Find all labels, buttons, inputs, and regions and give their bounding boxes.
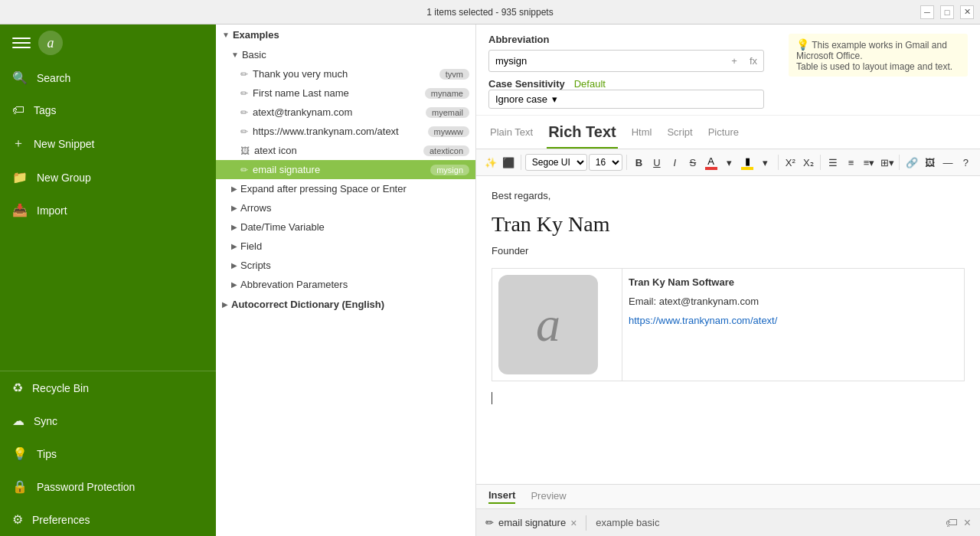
sidebar-item-label: Password Protection	[37, 481, 135, 493]
subgroup-expand[interactable]: ▶ Expand after pressing Space or Enter	[216, 179, 475, 198]
highlight-button[interactable]: ▮	[739, 154, 756, 172]
case-sensitivity-label: Case Sensitivity	[488, 78, 565, 90]
font-size-select[interactable]: 16	[589, 154, 622, 171]
minimize-button[interactable]: ─	[920, 5, 934, 19]
hr-button[interactable]: —	[939, 152, 956, 172]
case-select[interactable]: Ignore case ▾	[488, 90, 764, 109]
tab-insert[interactable]: Insert	[488, 489, 515, 504]
format-clear-button[interactable]: ⬛	[501, 152, 518, 172]
superscript-button[interactable]: X²	[782, 152, 799, 172]
status-close-button[interactable]: ×	[964, 516, 971, 530]
snippet-url[interactable]: ✏ https://www.trankynam.com/atext mywww	[216, 122, 475, 141]
tab-rich-text[interactable]: Rich Text	[547, 120, 618, 149]
titlebar: 1 items selected - 935 snippets ─ □ ✕	[0, 0, 980, 25]
email-label: Email:	[629, 296, 656, 307]
snippet-thank-you[interactable]: ✏ Thank you very much tyvm	[216, 64, 475, 83]
image-button[interactable]: 🖼	[922, 152, 939, 172]
add-snippet-icon: ＋	[12, 136, 24, 152]
case-row: Case Sensitivity Default	[488, 78, 764, 90]
snippet-first-last[interactable]: ✏ First name Last name myname	[216, 83, 475, 103]
signature-company: Tran Ky Nam Software	[629, 275, 958, 291]
tab-html[interactable]: Html	[630, 123, 654, 145]
group-autocorrect[interactable]: ▶ Autocorrect Dictionary (English)	[216, 294, 475, 315]
snippet-name: Thank you very much	[253, 68, 436, 80]
bold-button[interactable]: B	[631, 152, 648, 172]
import-icon: 📥	[12, 203, 28, 217]
abbreviation-input[interactable]	[489, 51, 725, 71]
sidebar-item-import[interactable]: 📥 Import	[0, 194, 216, 227]
unordered-list-button[interactable]: ☰	[825, 152, 841, 172]
tab-picture[interactable]: Picture	[707, 123, 740, 145]
abbr-fx-button[interactable]: fx	[743, 52, 763, 70]
status-snippet: ✏ email signature ×	[485, 517, 577, 529]
sidebar-item-label: Import	[37, 204, 67, 217]
font-color-dropdown-button[interactable]: ▾	[721, 152, 738, 172]
tag-action-button[interactable]: 🏷	[946, 516, 958, 530]
text-cursor	[492, 392, 492, 404]
font-color-button[interactable]: A	[703, 154, 720, 172]
toolbar-separator	[778, 155, 779, 170]
subgroup-name: Date/Time Variable	[240, 221, 325, 233]
group-examples[interactable]: ▼ Examples	[216, 25, 475, 45]
highlight-swatch	[741, 167, 753, 170]
subgroup-basic[interactable]: ▼ Basic	[216, 45, 475, 64]
case-option-label: Ignore case	[495, 93, 547, 105]
signature-name: Tran Ky Nam	[492, 208, 965, 242]
signature-website-link[interactable]: https://www.trankynam.com/atext/	[629, 315, 777, 326]
editor-content[interactable]: Best regards, Tran Ky Nam Founder a Tran…	[476, 176, 980, 484]
strikethrough-button[interactable]: S	[684, 152, 701, 172]
font-color-label: A	[707, 155, 714, 167]
help-button[interactable]: ?	[958, 152, 975, 172]
font-family-select[interactable]: Segoe UI	[525, 154, 587, 171]
sidebar-item-search[interactable]: 🔍 Search	[0, 61, 216, 94]
insert-preview-tabs: Insert Preview	[476, 484, 980, 508]
subgroup-arrows[interactable]: ▶ Arrows	[216, 198, 475, 217]
italic-button[interactable]: I	[667, 152, 684, 172]
main-layout: a 🔍 Search 🏷 Tags ＋ New Snippet 📁 New Gr…	[0, 25, 980, 536]
subgroup-field[interactable]: ▶ Field	[216, 237, 475, 256]
sidebar-item-tags[interactable]: 🏷 Tags	[0, 94, 216, 126]
link-button[interactable]: 🔗	[903, 152, 920, 172]
menu-button[interactable]	[12, 34, 31, 52]
subgroup-scripts[interactable]: ▶ Scripts	[216, 256, 475, 275]
sidebar-item-sync[interactable]: ☁ Sync	[0, 404, 216, 437]
abbreviation-label: Abbreviation	[488, 34, 764, 45]
tab-plain-text[interactable]: Plain Text	[488, 123, 534, 145]
signature-regards: Best regards,	[492, 188, 965, 204]
sidebar-item-new-snippet[interactable]: ＋ New Snippet	[0, 126, 216, 161]
group-arrow-icon: ▼	[222, 31, 230, 39]
subgroup-datetime[interactable]: ▶ Date/Time Variable	[216, 217, 475, 237]
underline-button[interactable]: U	[648, 152, 665, 172]
highlight-dropdown-button[interactable]: ▾	[757, 152, 774, 172]
magic-wand-button[interactable]: ✨	[482, 152, 499, 172]
status-group-label: example basic	[596, 517, 659, 528]
sidebar-item-password-protection[interactable]: 🔒 Password Protection	[0, 470, 216, 503]
tab-preview[interactable]: Preview	[531, 490, 566, 503]
sidebar-item-tips[interactable]: 💡 Tips	[0, 437, 216, 470]
sidebar-item-new-group[interactable]: 📁 New Group	[0, 161, 216, 194]
status-snippet-close-button[interactable]: ×	[570, 517, 577, 529]
snippet-atext-icon[interactable]: 🖼 atext icon atexticon	[216, 141, 475, 160]
toolbar-separator	[626, 155, 627, 170]
email-value: atext@trankynam.com	[659, 296, 759, 307]
subscript-button[interactable]: X₂	[800, 152, 817, 172]
editor-toolbar: ✨ ⬛ Segoe UI 16 B U I S A ▾ ▮ ▾	[476, 149, 980, 176]
sidebar-item-preferences[interactable]: ⚙ Preferences	[0, 503, 216, 536]
abbr-plus-button[interactable]: +	[725, 52, 743, 70]
subgroup-name: Abbrevation Parameters	[240, 279, 348, 290]
close-button[interactable]: ✕	[960, 5, 974, 19]
table-button[interactable]: ⊞▾	[879, 152, 896, 172]
abbr-right: 💡 This example works in Gmail and Micros…	[789, 34, 968, 77]
logo-letter: a	[536, 286, 560, 364]
tab-script[interactable]: Script	[665, 123, 694, 145]
snippet-email[interactable]: ✏ atext@trankynam.com myemail	[216, 103, 475, 122]
subgroup-abbr-params[interactable]: ▶ Abbrevation Parameters	[216, 275, 475, 294]
align-button[interactable]: ≡▾	[861, 152, 877, 172]
subgroup-name: Scripts	[240, 260, 271, 271]
subgroup-name: Basic	[242, 49, 266, 60]
maximize-button[interactable]: □	[940, 5, 954, 19]
status-right-actions: 🏷 ×	[946, 516, 971, 530]
sidebar-item-recycle-bin[interactable]: ♻ Recycle Bin	[0, 371, 216, 404]
snippet-email-signature[interactable]: ✏ email signature mysign	[216, 160, 475, 179]
ordered-list-button[interactable]: ≡	[843, 152, 860, 172]
